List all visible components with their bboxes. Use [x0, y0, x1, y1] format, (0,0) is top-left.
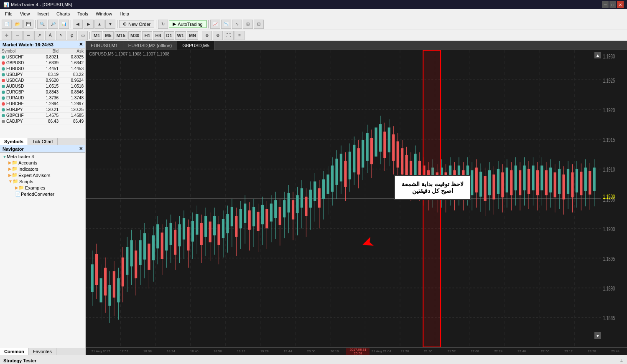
- market-watch-row[interactable]: USDJPY 83.19 83.22: [0, 72, 85, 78]
- root-icon: ▼: [3, 154, 7, 159]
- svg-rect-157: [379, 124, 382, 152]
- title-bar-controls[interactable]: ─ □ ✕: [602, 1, 624, 8]
- nav-item-scripts[interactable]: ▼📁Scripts: [0, 178, 85, 185]
- toolbar-grid[interactable]: ⊡: [254, 20, 264, 29]
- toolbar-hist-btn[interactable]: ≡: [234, 31, 245, 40]
- toolbar-arrow[interactable]: ↗: [34, 31, 44, 40]
- svg-rect-233: [545, 170, 548, 195]
- minimize-button[interactable]: ─: [602, 1, 609, 8]
- nav-item-indicators[interactable]: ▶📁Indicators: [0, 166, 85, 172]
- toolbar-zoom-in[interactable]: 🔍: [37, 20, 47, 29]
- market-watch-row[interactable]: USDCHF 0.8921 0.8925: [0, 54, 85, 60]
- folder-icon: ▶: [8, 160, 12, 165]
- tab-tick-chart[interactable]: Tick Chart: [28, 138, 58, 145]
- row-symbol: EURJPY: [6, 107, 33, 112]
- autotrading-button[interactable]: ▶ AutoTrading: [169, 20, 206, 28]
- toolbar-zoom-btn1[interactable]: ⊕: [202, 31, 212, 40]
- market-watch-row[interactable]: EURJPY 120.21 120.25: [0, 107, 85, 113]
- folder-icon2: 📁: [12, 166, 18, 172]
- nav-item-accounts[interactable]: ▶📁Accounts: [0, 159, 85, 166]
- chart-scroll-up[interactable]: ▲: [594, 52, 601, 58]
- row-ask: 1.3748: [59, 96, 84, 100]
- chart-scroll-down[interactable]: ▼: [594, 332, 601, 339]
- svg-rect-117: [292, 200, 294, 219]
- new-order-button[interactable]: ⊕ New Order: [119, 20, 154, 28]
- nav-item-periodconverter[interactable]: 📄PeriodConverter: [0, 191, 85, 197]
- toolbar-text[interactable]: A: [45, 31, 55, 40]
- tf-d1[interactable]: D1: [164, 31, 174, 40]
- tf-m5[interactable]: M5: [103, 31, 113, 40]
- toolbar-save-btn[interactable]: 💾: [23, 20, 33, 29]
- toolbar-up-arrow[interactable]: ▲: [94, 20, 104, 29]
- menu-help[interactable]: Help: [116, 10, 133, 17]
- toolbar-zoom-out[interactable]: 🔎: [48, 20, 58, 29]
- tab-symbols[interactable]: Symbols: [0, 138, 28, 145]
- market-watch-row[interactable]: EURGBP 0.8843 0.8846: [0, 89, 85, 95]
- row-bid: 83.19: [33, 72, 59, 77]
- tf-h1[interactable]: H1: [142, 31, 152, 40]
- toolbar-down-arrow[interactable]: ▼: [105, 20, 115, 29]
- market-watch-close[interactable]: ✕: [79, 42, 83, 47]
- menu-file[interactable]: File: [2, 10, 16, 17]
- toolbar-fullscreen[interactable]: ⛶: [224, 31, 234, 40]
- close-button[interactable]: ✕: [617, 1, 624, 8]
- row-ask: 1.2897: [59, 101, 84, 106]
- nav-item-metatrader-4[interactable]: ▼MetaTrader 4: [0, 154, 85, 159]
- market-watch-row[interactable]: USDCAD 0.9620 0.9624: [0, 78, 85, 83]
- tf-h4[interactable]: H4: [153, 31, 163, 40]
- nav-item-examples[interactable]: ▶📁Examples: [0, 185, 85, 191]
- menu-bar: File View Insert Charts Tools Window Hel…: [0, 9, 627, 18]
- menu-charts[interactable]: Charts: [53, 10, 73, 17]
- toolbar-right-arrow[interactable]: ▶: [84, 20, 94, 29]
- toolbar-chart-btn[interactable]: 📊: [59, 20, 69, 29]
- chart-tab-eurusd-m1[interactable]: EURUSD,M1: [86, 41, 123, 50]
- menu-tools[interactable]: Tools: [74, 10, 92, 17]
- toolbar-rect[interactable]: ▭: [78, 31, 88, 40]
- chart-tab-gbpusd-m5[interactable]: GBPUSD,M5: [177, 41, 215, 50]
- market-watch-row[interactable]: CADJPY 86.43 86.49: [0, 119, 85, 124]
- toolbar-chart-type2[interactable]: 📉: [221, 20, 231, 29]
- market-watch-row[interactable]: EURCHF 1.2894 1.2897: [0, 101, 85, 107]
- svg-rect-137: [335, 159, 338, 185]
- chart-tab-eurusd-m2[interactable]: EURUSD,M2 (offline): [123, 41, 177, 50]
- nav-tab-common[interactable]: Common: [0, 348, 29, 355]
- svg-rect-203: [479, 172, 482, 197]
- toolbar-zoom-btn2[interactable]: ⊖: [213, 31, 223, 40]
- market-watch-row[interactable]: GBPCHF 1.4575 1.4585: [0, 113, 85, 119]
- maximize-button[interactable]: □: [609, 1, 616, 8]
- nav-tab-favorites[interactable]: Favorites: [29, 348, 56, 355]
- navigator-close[interactable]: ✕: [79, 146, 83, 152]
- menu-window[interactable]: Window: [92, 10, 115, 17]
- toolbar-periods[interactable]: ⊞: [243, 20, 253, 29]
- market-watch-row[interactable]: GBPUSD 1.6339 1.6342: [0, 60, 85, 66]
- toolbar-refresh[interactable]: ↻: [158, 20, 168, 29]
- chart-canvas[interactable]: GBPUSD,M5 1.1907 1.1908 1.1907 1.1908: [86, 50, 627, 347]
- toolbar-chart-type1[interactable]: 📈: [210, 20, 220, 29]
- toolbar-open-btn[interactable]: 📂: [13, 20, 23, 29]
- market-watch-row[interactable]: EURAUD 1.3736 1.3748: [0, 95, 85, 101]
- nav-item-expert-advisors[interactable]: ▶📁Expert Advisors: [0, 172, 85, 178]
- tf-m30[interactable]: M30: [128, 31, 141, 40]
- svg-rect-241: [562, 174, 565, 200]
- svg-rect-33: [108, 285, 111, 306]
- nav-label: Accounts: [18, 160, 37, 165]
- toolbar-cursor[interactable]: ↖: [56, 31, 66, 40]
- tf-mn[interactable]: MN: [187, 31, 198, 40]
- row-ask: 120.25: [59, 107, 84, 112]
- market-watch-row[interactable]: EURUSD 1.4451 1.4453: [0, 66, 85, 72]
- tf-m1[interactable]: M1: [92, 31, 102, 40]
- tf-m15[interactable]: M15: [115, 31, 127, 40]
- toolbar-crosshair[interactable]: ✛: [2, 31, 12, 40]
- tf-w1[interactable]: W1: [175, 31, 186, 40]
- svg-rect-61: [170, 223, 172, 245]
- toolbar-fibo[interactable]: φ: [67, 31, 77, 40]
- toolbar-indicators[interactable]: ∿: [232, 20, 242, 29]
- menu-insert[interactable]: Insert: [34, 10, 52, 17]
- row-ask: 83.22: [59, 72, 84, 77]
- toolbar-hline[interactable]: ━: [23, 31, 33, 40]
- toolbar-new-btn[interactable]: 📄: [2, 20, 12, 29]
- menu-view[interactable]: View: [17, 10, 33, 17]
- market-watch-row[interactable]: AUDUSD 1.0515 1.0518: [0, 83, 85, 89]
- toolbar-left-arrow[interactable]: ◀: [73, 20, 83, 29]
- toolbar-line[interactable]: ─: [13, 31, 23, 40]
